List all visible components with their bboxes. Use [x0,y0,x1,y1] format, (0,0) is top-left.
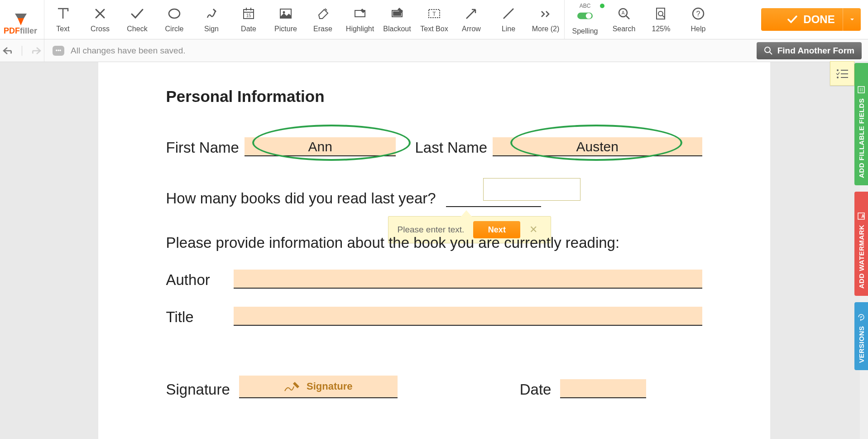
main-toolbar: Text Cross Check Circle Sign 15 Date Pic… [0,0,868,39]
svg-point-0 [169,9,180,18]
canvas: Personal Information First Name Ann Last… [0,62,868,439]
svg-point-25 [837,77,839,78]
picture-icon [278,6,293,21]
field-highlight [234,270,702,288]
date-label: Date [520,381,551,398]
signature-placeholder: Signature [307,381,352,392]
watermark-label: ADD WATERMARK [858,225,865,289]
watermark-icon: A [857,212,865,220]
blackout-label: Blackout [383,25,411,33]
signature-field[interactable]: Signature [239,376,398,398]
add-watermark-tab[interactable]: ADD WATERMARK A [854,192,868,296]
done-wrap: DONE [754,0,868,39]
textbox-icon: T [427,6,442,21]
svg-rect-17 [657,8,665,19]
books-input[interactable] [483,178,580,201]
date-field[interactable] [560,379,646,398]
versions-tab[interactable]: VERSIONS [854,302,868,370]
redo-button[interactable] [30,46,41,55]
comment-icon[interactable]: ••• [53,46,64,56]
status-text: All changes have been saved. [71,46,186,56]
right-tabs: ADD FILLABLE FIELDS ADD WATERMARK A VERS… [854,63,868,370]
tooltip-message: Please enter text. [398,225,465,235]
sign-tool[interactable]: Sign [193,0,230,39]
svg-point-14 [586,13,592,19]
check-tool[interactable]: Check [119,0,156,39]
picture-label: Picture [274,25,297,33]
first-name-value: Ann [245,139,396,154]
sign-label: Sign [204,25,219,33]
books-question: How many books did you read last year? [166,190,436,207]
picture-tool[interactable]: Picture [267,0,304,39]
help-label: Help [691,25,706,33]
help-tool[interactable]: ? Help [680,0,717,39]
blackout-icon [389,6,405,21]
textbox-label: Text Box [420,25,448,33]
done-dropdown[interactable] [843,8,861,31]
search-icon: A [616,6,632,21]
find-form-button[interactable]: Find Another Form [757,42,862,59]
line-tool[interactable]: Line [490,0,527,39]
checklist-icon[interactable] [830,61,854,86]
form-icon [857,86,865,94]
arrow-label: Arrow [462,25,481,33]
date-tool[interactable]: 15 Date [230,0,267,39]
last-name-value: Austen [493,139,702,154]
sig-date-row: Signature Signature Date [166,376,702,398]
first-name-label: First Name [166,139,239,156]
cross-tool[interactable]: Cross [82,0,119,39]
more-icon [538,6,553,21]
spelling-tool[interactable]: ABC Spelling [565,0,605,39]
books-row: How many books did you read last year? [166,188,702,207]
author-field[interactable] [234,270,702,289]
add-fillable-fields-tab[interactable]: ADD FILLABLE FIELDS [854,63,868,185]
fillable-label: ADD FILLABLE FIELDS [858,98,865,178]
zoom-tool[interactable]: 125% [643,0,680,39]
document-page[interactable]: Personal Information First Name Ann Last… [98,62,770,439]
done-label: DONE [803,13,834,26]
line-icon [501,6,516,21]
erase-tool[interactable]: Erase [304,0,341,39]
check-icon [129,6,145,21]
toggle-icon [577,8,593,24]
search-tool[interactable]: A Search [605,0,643,39]
date-label: Date [241,25,256,33]
highlight-tool[interactable]: Highlight [341,0,379,39]
done-button[interactable]: DONE [761,8,861,31]
svg-rect-27 [858,87,864,93]
zoom-label: 125% [652,25,671,33]
erase-icon [315,6,331,21]
svg-text:15: 15 [246,13,251,18]
circle-label: Circle [165,25,184,33]
separator [22,46,22,56]
more-tool[interactable]: More (2) [527,0,564,39]
last-name-field[interactable]: Austen [493,137,702,156]
svg-point-7 [283,11,285,14]
cross-label: Cross [91,25,110,33]
check-icon [787,14,798,25]
logo-pdf: PDF [4,26,20,35]
svg-text:T: T [432,11,436,17]
svg-text:A: A [622,10,625,15]
date-icon: 15 [241,6,256,21]
spelling-abc: ABC [580,3,591,9]
erase-label: Erase [313,25,332,33]
svg-point-21 [765,47,770,53]
zoom-icon [653,6,669,21]
first-name-field[interactable]: Ann [245,137,396,156]
title-field[interactable] [234,307,702,326]
text-tool[interactable]: Text [44,0,82,39]
undo-button[interactable] [3,46,14,55]
circle-icon [167,6,182,21]
logo-text: PDFfiller [4,26,37,36]
spelling-label: Spelling [572,27,598,35]
more-label: More (2) [532,25,559,33]
arrow-tool[interactable]: Arrow [453,0,490,39]
blackout-tool[interactable]: Blackout [379,0,416,39]
last-name-label: Last Name [415,139,487,156]
tooltip-arrow-icon [461,210,472,217]
circle-tool[interactable]: Circle [156,0,193,39]
status-dot-icon [600,4,604,8]
search-icon [764,46,773,55]
textbox-tool[interactable]: T Text Box [416,0,453,39]
